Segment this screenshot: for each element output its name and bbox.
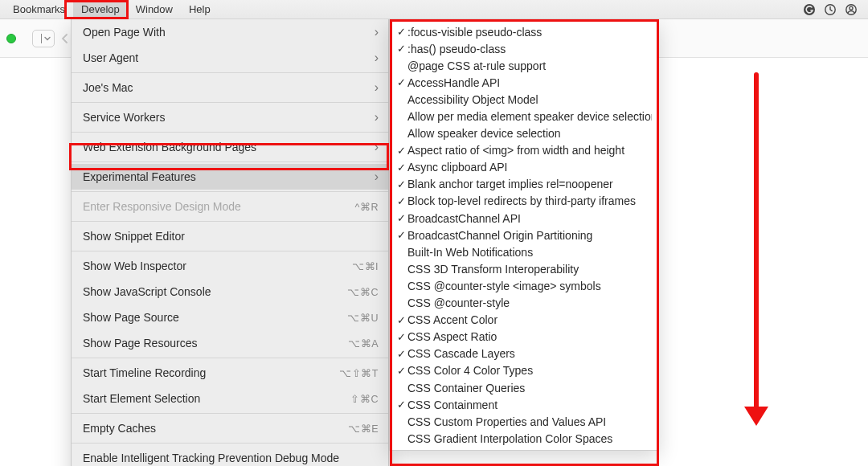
chevron-right-icon: › xyxy=(375,80,379,95)
experimental-feature-item[interactable]: ✓Blank anchor target implies rel=noopene… xyxy=(390,176,658,193)
develop-menu-item[interactable]: Open Page With› xyxy=(72,19,388,45)
back-chevron-icon[interactable] xyxy=(59,33,71,44)
experimental-feature-item[interactable]: Accessibility Object Model xyxy=(390,91,658,108)
svg-point-3 xyxy=(850,6,853,10)
checkmark-icon: ✓ xyxy=(395,314,407,326)
develop-menu-item[interactable]: Start Timeline Recording⌥⇧⌘T xyxy=(72,360,388,386)
develop-menu-item[interactable]: Show Web Inspector⌥⌘I xyxy=(72,253,388,279)
develop-menu-item[interactable]: Start Element Selection⇧⌘C xyxy=(72,386,388,411)
menubar-develop[interactable]: Develop xyxy=(73,0,128,18)
experimental-feature-item[interactable]: ✓CSS Aspect Ratio xyxy=(390,329,658,345)
checkmark-icon: ✓ xyxy=(395,212,407,224)
checkmark-icon: ✓ xyxy=(395,43,407,55)
experimental-feature-item[interactable]: ✓CSS Containment xyxy=(390,396,658,413)
menu-item-label: Show JavaScript Console xyxy=(83,285,347,298)
experimental-feature-item[interactable]: CSS @counter-style <image> symbols xyxy=(390,277,658,294)
develop-menu-item[interactable]: Web Extension Background Pages› xyxy=(72,134,388,160)
checkmark-icon: ✓ xyxy=(395,145,407,157)
experimental-feature-item[interactable]: ✓AccessHandle API xyxy=(390,74,658,91)
experimental-feature-label: Accessibility Object Model xyxy=(407,93,652,106)
experimental-feature-label: Async clipboard API xyxy=(407,161,652,174)
develop-menu-item[interactable]: Enable Intelligent Tracking Prevention D… xyxy=(72,445,388,466)
history-icon[interactable] xyxy=(820,0,841,18)
menu-item-shortcut: ^⌘R xyxy=(355,201,379,213)
develop-menu-item[interactable]: Show Page Resources⌥⌘A xyxy=(72,330,388,356)
chevron-right-icon: › xyxy=(375,110,379,125)
develop-menu-item[interactable]: Service Workers› xyxy=(72,104,388,130)
experimental-feature-item[interactable]: CSS 3D Transform Interoperability xyxy=(390,260,658,277)
experimental-feature-item[interactable]: CSS Custom Properties and Values API xyxy=(390,413,658,430)
menubar-window[interactable]: Window xyxy=(128,0,181,18)
experimental-feature-item[interactable]: Built-In Web Notifications xyxy=(390,243,658,260)
checkmark-icon: ✓ xyxy=(395,229,407,241)
checkmark-icon: ✓ xyxy=(395,26,407,38)
experimental-feature-item[interactable]: Allow speaker device selection xyxy=(390,125,658,142)
experimental-feature-label: :has() pseudo-class xyxy=(407,43,652,55)
menu-separator xyxy=(72,102,388,103)
checkmark-icon: ✓ xyxy=(395,195,407,207)
experimental-feature-label: CSS Container Queries xyxy=(407,382,652,394)
menu-separator xyxy=(72,132,388,133)
user-icon[interactable] xyxy=(841,0,862,18)
experimental-feature-label: CSS @counter-style xyxy=(407,296,652,309)
experimental-feature-item[interactable]: ✓CSS Accent Color xyxy=(390,312,658,329)
menu-separator xyxy=(72,443,388,444)
experimental-feature-item[interactable]: ✓BroadcastChannel API xyxy=(390,210,658,227)
menubar-bookmarks[interactable]: Bookmarks xyxy=(5,0,73,18)
experimental-feature-label: Built-In Web Notifications xyxy=(407,246,652,259)
experimental-feature-label: BroadcastChannel API xyxy=(407,212,652,225)
menubar-help[interactable]: Help xyxy=(181,0,219,18)
develop-menu-item[interactable]: Experimental Features› xyxy=(72,164,388,190)
experimental-feature-item[interactable]: ✓Block top-level redirects by third-part… xyxy=(390,193,658,210)
sidebar-toggle-button[interactable] xyxy=(32,30,55,47)
experimental-feature-item[interactable]: ✓Aspect ratio of <img> from width and he… xyxy=(390,142,658,159)
experimental-feature-item[interactable]: CSS @counter-style xyxy=(390,295,658,312)
annotation-arrow-down xyxy=(751,72,760,426)
menu-separator xyxy=(72,358,388,358)
traffic-light-green[interactable] xyxy=(6,34,16,43)
menu-item-shortcut: ⌥⇧⌘T xyxy=(339,367,379,379)
experimental-feature-label: CSS Color 4 Color Types xyxy=(407,364,652,377)
checkmark-icon: ✓ xyxy=(395,331,407,343)
experimental-feature-label: Allow speaker device selection xyxy=(407,127,652,140)
experimental-feature-label: CSS @counter-style <image> symbols xyxy=(407,280,652,292)
experimental-feature-item[interactable]: @page CSS at-rule support xyxy=(390,57,658,74)
menu-item-label: Enable Intelligent Tracking Prevention D… xyxy=(83,452,379,464)
experimental-feature-item[interactable]: ✓:focus-visible pseudo-class xyxy=(390,23,658,40)
menu-item-label: Open Page With xyxy=(83,26,370,39)
experimental-feature-item[interactable]: ✓Async clipboard API xyxy=(390,159,658,176)
checkmark-icon: ✓ xyxy=(395,399,407,411)
menu-item-label: Empty Caches xyxy=(83,422,348,435)
develop-menu-item[interactable]: Show JavaScript Console⌥⌘C xyxy=(72,279,388,305)
menu-item-label: Show Snippet Editor xyxy=(83,230,379,243)
experimental-feature-item[interactable]: ✓CSS Cascade Layers xyxy=(390,345,658,362)
develop-menu-panel: Open Page With›User Agent›Joe's Mac›Serv… xyxy=(71,19,389,466)
chevron-right-icon: › xyxy=(375,140,379,154)
menu-item-label: Experimental Features xyxy=(83,170,370,183)
checkmark-icon: ✓ xyxy=(395,178,407,190)
menu-item-label: Start Timeline Recording xyxy=(83,366,339,379)
checkmark-icon: ✓ xyxy=(395,348,407,360)
experimental-feature-item[interactable]: Allow per media element speaker device s… xyxy=(390,108,658,125)
grammarly-icon[interactable] xyxy=(799,0,820,18)
experimental-feature-item[interactable]: ✓CSS Color 4 Color Types xyxy=(390,362,658,379)
develop-menu-item[interactable]: Show Snippet Editor xyxy=(72,223,388,249)
menu-item-shortcut: ⇧⌘C xyxy=(350,393,379,405)
experimental-feature-item[interactable]: CSS Container Queries xyxy=(390,379,658,396)
menu-item-label: User Agent xyxy=(83,51,370,64)
experimental-feature-item[interactable]: ✓BroadcastChannel Origin Partitioning xyxy=(390,227,658,243)
experimental-feature-label: @page CSS at-rule support xyxy=(407,59,652,72)
experimental-feature-label: Blank anchor target implies rel=noopener xyxy=(407,178,652,190)
experimental-feature-item[interactable]: ✓:has() pseudo-class xyxy=(390,40,658,57)
develop-menu-item[interactable]: Empty Caches⌥⌘E xyxy=(72,415,388,441)
experimental-feature-label: CSS Accent Color xyxy=(407,313,652,326)
develop-menu-item[interactable]: Joe's Mac› xyxy=(72,75,388,100)
develop-menu-item[interactable]: Show Page Source⌥⌘U xyxy=(72,305,388,330)
experimental-feature-label: CSS 3D Transform Interoperability xyxy=(407,263,652,276)
experimental-feature-label: Allow per media element speaker device s… xyxy=(407,110,652,123)
menu-item-label: Show Page Resources xyxy=(83,337,348,350)
experimental-feature-item[interactable]: CSS Gradient Interpolation Color Spaces xyxy=(390,430,658,447)
experimental-feature-label: CSS Containment xyxy=(407,399,652,411)
experimental-feature-label: :focus-visible pseudo-class xyxy=(407,26,652,39)
develop-menu-item[interactable]: User Agent› xyxy=(72,45,388,71)
